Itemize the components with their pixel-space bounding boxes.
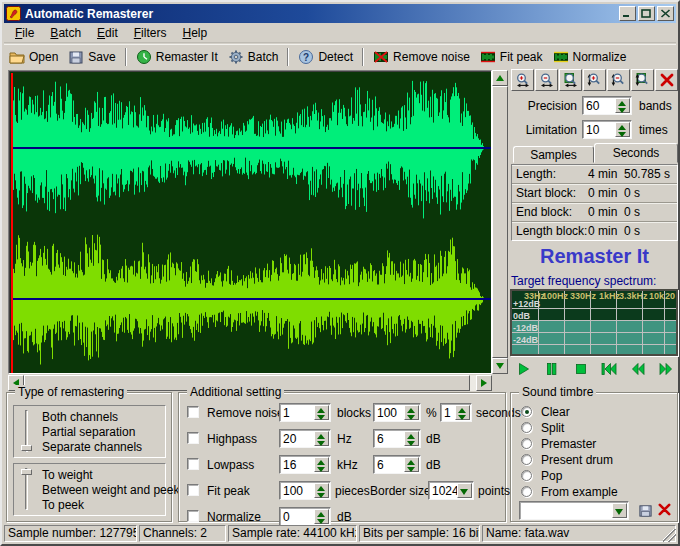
menu-filters[interactable]: Filters (126, 25, 175, 41)
rewind-button[interactable] (629, 361, 646, 377)
from-example-radio[interactable] (521, 486, 532, 497)
both-channels-label: Both channels (42, 410, 118, 424)
target-frequency-spectrum[interactable]: 33Hz100Hz330Hz1kHz3.3kHz10k20+12dB0dB-12… (510, 289, 678, 356)
save-label: Save (88, 50, 115, 64)
spectrum-freq-label: 3.3kHz (619, 291, 648, 301)
spinner-arrows-icon[interactable] (314, 509, 329, 524)
menu-edit[interactable]: Edit (89, 25, 126, 41)
minimize-button[interactable] (619, 6, 636, 21)
normalize-db-value: 0 (283, 510, 290, 524)
remaster-it-button[interactable]: Remaster It (511, 245, 678, 268)
example-file-combo[interactable] (519, 501, 629, 520)
lowpass-db-spinner[interactable]: 6 (373, 455, 421, 474)
detect-icon: ? (298, 49, 314, 65)
highpass-freq-spinner[interactable]: 20 (279, 429, 331, 448)
batch-button[interactable]: Batch (223, 47, 284, 67)
remaster-it-toolbar-button[interactable]: Remaster It (131, 47, 223, 67)
precision-spinner[interactable]: 60 (582, 96, 632, 115)
play-button[interactable] (515, 361, 532, 377)
to-weight-label: To weight (42, 468, 93, 482)
tab-samples[interactable]: Samples (513, 146, 594, 163)
spinner-arrows-icon[interactable] (314, 483, 329, 498)
zoom-in-vertical-button[interactable] (583, 69, 606, 91)
pop-radio[interactable] (521, 470, 532, 481)
lowpass-freq-spinner[interactable]: 16 (279, 455, 331, 474)
spinner-arrows-icon[interactable] (455, 405, 470, 420)
pause-button[interactable] (543, 361, 560, 377)
type-of-remastering-title: Type of remastering (15, 385, 127, 399)
skip-to-start-button[interactable] (600, 361, 617, 377)
zoom-out-horizontal-button[interactable] (535, 69, 558, 91)
fast-forward-button[interactable] (657, 361, 674, 377)
vertical-scrollbar[interactable] (492, 70, 508, 374)
vertical-scroll-thumb[interactable] (492, 86, 508, 358)
scroll-right-button[interactable] (476, 375, 492, 391)
normalize-checkbox[interactable] (187, 510, 199, 522)
present-drum-radio[interactable] (521, 454, 532, 465)
fit-peak-checkbox[interactable] (187, 484, 199, 496)
clear-example-button[interactable] (655, 500, 673, 519)
spectrum-title: Target frequency spectrum: (511, 274, 656, 288)
resize-grip[interactable] (663, 529, 676, 542)
limitation-spinner[interactable]: 10 (582, 120, 632, 139)
dropdown-arrow-icon[interactable] (457, 483, 472, 498)
spinner-arrows-icon[interactable] (404, 431, 419, 446)
spinner-arrows-icon[interactable] (314, 431, 329, 446)
remove-noise-percent-spinner[interactable]: 100 (373, 403, 421, 422)
lowpass-db-unit: dB (426, 458, 441, 472)
scroll-down-button[interactable] (492, 358, 508, 374)
spinner-arrows-icon[interactable] (314, 457, 329, 472)
fit-peak-toolbar-button[interactable]: Fit peak (475, 47, 548, 67)
highpass-db-spinner[interactable]: 6 (373, 429, 421, 448)
clear-radio[interactable] (521, 406, 532, 417)
open-button[interactable]: Open (4, 47, 63, 67)
split-radio[interactable] (521, 422, 532, 433)
remove-noise-checkbox[interactable] (187, 406, 199, 418)
load-example-button[interactable] (635, 501, 655, 520)
border-size-combo[interactable]: 1024 (428, 481, 474, 500)
remove-noise-seconds-spinner[interactable]: 1 (440, 403, 472, 422)
lowpass-checkbox[interactable] (187, 458, 199, 470)
zoom-out-vertical-button[interactable] (607, 69, 630, 91)
slider-thumb[interactable] (21, 445, 32, 451)
tab-seconds[interactable]: Seconds (594, 143, 678, 163)
weight-mode-box: To weight Between weight and peek To pee… (13, 463, 166, 516)
scroll-up-button[interactable] (492, 70, 508, 86)
menu-file[interactable]: File (7, 25, 42, 41)
precision-unit: bands (639, 99, 672, 113)
detect-button[interactable]: ? Detect (293, 47, 358, 67)
fit-vertical-button[interactable] (631, 69, 654, 91)
spinner-arrows-icon[interactable] (404, 405, 419, 420)
close-button[interactable] (657, 6, 674, 21)
remove-noise-icon (373, 49, 389, 65)
lowpass-freq-unit: kHz (337, 458, 358, 472)
remove-noise-blocks-spinner[interactable]: 1 (279, 403, 331, 422)
spinner-arrows-icon[interactable] (615, 122, 630, 137)
spinner-arrows-icon[interactable] (615, 98, 630, 113)
normalize-toolbar-button[interactable]: Normalize (548, 47, 632, 67)
weight-mode-slider[interactable] (18, 467, 36, 513)
highpass-label: Highpass (207, 432, 257, 446)
remove-noise-toolbar-button[interactable]: Remove noise (368, 47, 475, 67)
waveform-canvas[interactable] (11, 73, 491, 373)
highpass-checkbox[interactable] (187, 432, 199, 444)
premaster-radio[interactable] (521, 438, 532, 449)
normalize-setting-label: Normalize (207, 510, 261, 524)
zoom-in-horizontal-button[interactable] (511, 69, 534, 91)
slider-thumb[interactable] (21, 469, 32, 475)
title-bar[interactable]: Automatic Remasterer (4, 4, 676, 23)
menu-help[interactable]: Help (174, 25, 215, 41)
save-button[interactable]: Save (63, 47, 120, 67)
reset-button[interactable] (655, 69, 678, 91)
fit-horizontal-button[interactable] (559, 69, 582, 91)
main-toolbar: Open Save Remaster It Batch ? Detect Rem… (4, 44, 676, 68)
detect-label: Detect (318, 50, 353, 64)
menu-batch[interactable]: Batch (42, 25, 89, 41)
spinner-arrows-icon[interactable] (314, 405, 329, 420)
stop-button[interactable] (572, 361, 589, 377)
channel-mode-slider[interactable] (18, 409, 36, 455)
spinner-arrows-icon[interactable] (404, 457, 419, 472)
fit-peak-pieces-spinner[interactable]: 100 (279, 481, 331, 500)
maximize-button[interactable] (638, 6, 655, 21)
dropdown-arrow-icon[interactable] (612, 503, 627, 518)
